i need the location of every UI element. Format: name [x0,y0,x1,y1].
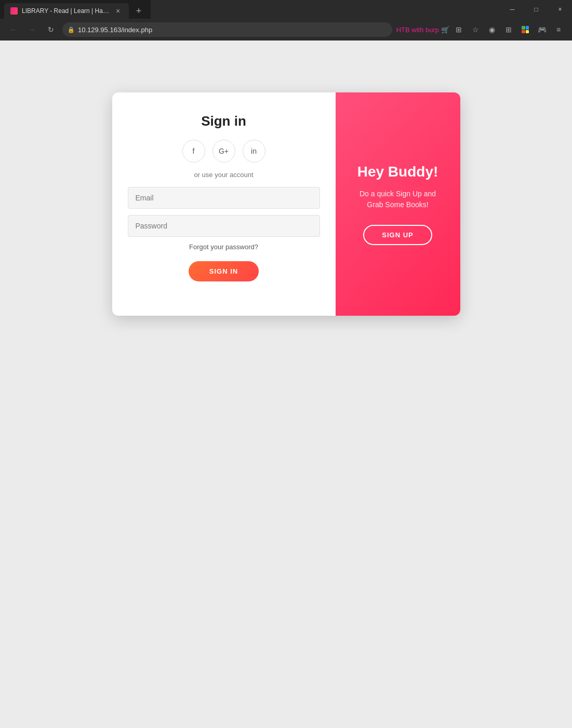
sign-in-panel: Sign in f G+ in or use your account Forg… [112,92,336,316]
nav-right-controls: HTB with burp 🛒 ⊞ ☆ ◉ ⊞ 🎮 ≡ [396,22,566,37]
facebook-button[interactable]: f [182,140,205,163]
cart-icon: 🛒 [441,26,449,34]
password-input[interactable] [128,215,320,237]
pocket-button[interactable]: ◉ [485,22,499,37]
forward-button[interactable]: → [25,22,39,37]
hey-subtitle: Do a quick Sign Up and Grab Some Books! [351,188,445,210]
active-tab[interactable]: LIBRARY - Read | Learn | Have Fun × [4,3,129,19]
minimize-button[interactable]: ─ [500,0,524,19]
close-button[interactable]: × [548,0,572,19]
lock-icon: 🔒 [68,26,75,33]
tab-close-icon[interactable]: × [113,6,123,16]
apps-grid-button[interactable]: ⊞ [451,22,466,37]
sign-up-panel: Hey Buddy! Do a quick Sign Up and Grab S… [336,92,460,316]
menu-button[interactable]: ≡ [551,22,566,37]
bookmark-button[interactable]: ☆ [468,22,483,37]
page-content: Sign in f G+ in or use your account Forg… [0,41,572,728]
maximize-button[interactable]: □ [524,0,548,19]
forgot-password-link[interactable]: Forgot your password? [189,243,258,251]
google-button[interactable]: G+ [212,140,235,163]
url-display: 10.129.95.163/index.php [78,26,152,34]
colors-button[interactable] [518,22,533,37]
or-text: or use your account [194,171,253,179]
email-input[interactable] [128,187,320,209]
social-icons: f G+ in [182,140,265,163]
new-tab-button[interactable]: + [131,3,147,19]
htb-label: HTB with burp 🛒 [396,26,449,34]
hey-title: Hey Buddy! [357,164,438,180]
reload-button[interactable]: ↻ [44,22,58,37]
back-button[interactable]: ← [6,22,21,37]
gamepad-button[interactable]: 🎮 [535,22,549,37]
sign-in-title: Sign in [201,113,246,129]
tab-favicon [10,7,18,15]
window-controls: ─ □ × [500,0,572,19]
tab-title: LIBRARY - Read | Learn | Have Fun [22,7,109,15]
sign-in-button[interactable]: SIGN IN [189,261,259,281]
sign-up-button[interactable]: SIGN UP [363,225,432,245]
linkedin-button[interactable]: in [243,140,265,163]
nav-bar: ← → ↻ 🔒 10.129.95.163/index.php HTB with… [0,19,572,41]
address-bar[interactable]: 🔒 10.129.95.163/index.php [62,22,392,37]
extensions-button[interactable]: ⊞ [501,22,516,37]
login-card: Sign in f G+ in or use your account Forg… [112,92,460,316]
